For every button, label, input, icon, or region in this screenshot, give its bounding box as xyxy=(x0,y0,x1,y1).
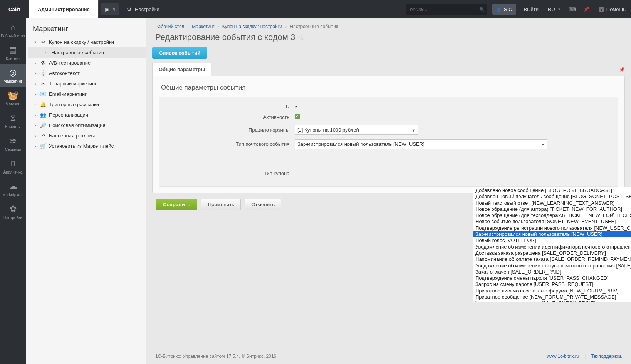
footer-link-site[interactable]: www.1c-bitrix.ru xyxy=(547,354,579,359)
nav-item-клиенты[interactable]: ⧖Клиенты xyxy=(0,109,26,132)
sidebar-item[interactable]: ▸🛒Установить из Маркетплейс xyxy=(28,141,146,151)
tree-icon: 🏳 xyxy=(40,133,47,139)
nav-label: Рабочий стол xyxy=(1,34,25,38)
nav-label: Клиенты xyxy=(5,125,20,129)
breadcrumb-item[interactable]: Купон на скидку / настройки xyxy=(222,24,282,29)
nav-item-сервисы[interactable]: ≋Сервисы xyxy=(0,132,26,155)
dropdown-option[interactable]: Приватное письмо посетителю форума [NEW_… xyxy=(473,288,631,294)
nav-item-магазин[interactable]: 🧺Магазин xyxy=(0,87,26,109)
value-id: 3 xyxy=(295,104,610,109)
search-icon[interactable] xyxy=(479,7,488,12)
tree-icon: ✂ xyxy=(40,81,47,87)
breadcrumb-item[interactable]: Рабочий стол xyxy=(155,24,184,29)
keyboard-icon[interactable] xyxy=(565,0,580,18)
tab-site[interactable]: Сайт xyxy=(0,0,29,18)
dropdown-option[interactable]: Заказ оплачен [SALE_ORDER_PAID] xyxy=(473,269,631,275)
nav-icon: ▤ xyxy=(9,45,17,55)
logout-link[interactable]: Выйти xyxy=(519,0,544,18)
help-icon xyxy=(599,6,604,12)
tree-icon: 🪧 xyxy=(40,70,47,76)
notification-counter[interactable]: 4 xyxy=(101,3,119,15)
help-link[interactable]: Помощь xyxy=(593,0,631,18)
language-selector[interactable]: RU xyxy=(544,0,565,18)
nav-item-рабочий-стол[interactable]: ⌂Рабочий стол xyxy=(0,18,26,41)
list-events-button[interactable]: Список событий xyxy=(152,47,207,59)
sidebar-item[interactable]: ▸📧Email-маркетинг xyxy=(28,89,146,99)
dropdown-option[interactable]: Добавлено новое сообщение [BLOG_POST_BRO… xyxy=(473,187,631,194)
sidebar-item[interactable]: ▸👥Персонализация xyxy=(28,110,146,120)
dropdown-option[interactable]: Уведомление об изменении идентификатора … xyxy=(473,244,631,250)
tab-admin[interactable]: Администрирование xyxy=(29,0,99,18)
sidebar-item[interactable]: ▸⚗A/B-тестирование xyxy=(28,58,146,68)
tree-icon: 🔎 xyxy=(40,122,47,128)
nav-item-настройки[interactable]: ✿Настройки xyxy=(0,200,26,223)
dropdown-option[interactable]: Новый текстовый ответ [NEW_LEARNING_TEXT… xyxy=(473,200,631,206)
tree-icon: 🛒 xyxy=(40,143,47,149)
sidebar-item[interactable]: ▸🔎Поисковая оптимизация xyxy=(28,120,146,130)
dropdown-option[interactable]: Напоминание об оплате заказа [SALE_ORDER… xyxy=(473,256,631,262)
sidebar-subitem[interactable]: Настроенные события xyxy=(28,47,146,58)
user-menu[interactable]: S C xyxy=(492,4,516,15)
save-button[interactable]: Сохранить xyxy=(156,199,197,210)
breadcrumb-separator: › xyxy=(184,24,192,29)
dropdown-option[interactable]: Новое событие пользователя [SONET_NEW_EV… xyxy=(473,219,631,225)
chevron-icon: ▸ xyxy=(34,103,37,107)
tab-general-params[interactable]: Общие параметры xyxy=(152,63,211,76)
dropdown-option[interactable]: Запрос на смену пароля [USER_PASS_REQUES… xyxy=(473,281,631,287)
search-box[interactable] xyxy=(406,4,487,15)
dropdown-option[interactable]: Подтверждение смены пароля [USER_PASS_CH… xyxy=(473,275,631,281)
chevron-down-icon xyxy=(541,141,545,147)
sidebar-item[interactable]: ▸🪧Автоконтекст xyxy=(28,68,146,78)
dropdown-option[interactable]: Доставка заказа разрешена [SALE_ORDER_DE… xyxy=(473,250,631,256)
dropdown-option[interactable]: Уведомление о печати чека [SALE_CHECK_PR… xyxy=(473,300,631,302)
footer-copyright: 1С-Битрикс: Управление сайтом 17.5.4. © … xyxy=(155,354,276,359)
favorite-star-icon[interactable] xyxy=(298,32,304,42)
tree-label: Настроенные события xyxy=(52,50,104,55)
sidebar-item[interactable]: ▼✉Купон на скидку / настройки xyxy=(28,37,146,47)
dropdown-option[interactable]: Зарегистрировался новый пользователь [NE… xyxy=(473,231,631,237)
dropdown-option[interactable]: Приватное сообщение [NEW_FORUM_PRIVATE_M… xyxy=(473,294,631,300)
top-header: Сайт Администрирование 4 Настройки S C В… xyxy=(0,0,631,18)
pin-icon[interactable] xyxy=(580,0,593,18)
dropdown-option[interactable]: Новое обращение (для техподдержки) [TICK… xyxy=(473,212,631,219)
select-basket-rule[interactable]: [1] Купоны на 1000 рублей xyxy=(295,125,418,135)
cancel-button[interactable]: Отменить xyxy=(245,199,281,210)
dropdown-option[interactable]: Подтверждение регистрации нового пользов… xyxy=(473,225,631,231)
sidebar-item[interactable]: ▸🔔Триггерные рассылки xyxy=(28,99,146,110)
breadcrumb: Рабочий стол›Маркетинг›Купон на скидку /… xyxy=(146,18,631,32)
dropdown-option[interactable]: Добавлен новый получатель сообщения [BLO… xyxy=(473,194,631,200)
sidebar: Маркетинг ▼✉Купон на скидку / настройкиН… xyxy=(26,18,146,364)
tab-pin-icon[interactable] xyxy=(619,67,625,72)
sidebar-item[interactable]: ▸✂Товарный маркетинг xyxy=(28,78,146,89)
dropdown-option[interactable]: Уведомление об изменении статуса почтово… xyxy=(473,263,631,269)
mail-event-dropdown-list[interactable]: Добавлено новое сообщение [BLOG_POST_BRO… xyxy=(473,187,631,302)
nav-item-контент[interactable]: ▤Контент xyxy=(0,41,26,64)
label-coupon-type: Тип купона: xyxy=(167,170,295,176)
select-basket-value: [1] Купоны на 1000 рублей xyxy=(297,127,359,133)
chevron-icon: ▸ xyxy=(34,61,37,65)
chevron-icon: ▼ xyxy=(34,40,37,44)
dropdown-option[interactable]: Новое обращение (для автора) [TICKET_NEW… xyxy=(473,206,631,212)
nav-icon: ◎ xyxy=(9,68,17,78)
breadcrumb-item[interactable]: Маркетинг xyxy=(192,24,214,29)
select-mail-event-type[interactable]: Зарегистрировался новый пользователь [NE… xyxy=(295,139,547,149)
nav-icon: ✿ xyxy=(10,204,17,214)
nav-icon: 🧺 xyxy=(8,90,18,100)
form-panel: Общие параметры события ID: 3 Активность… xyxy=(152,76,625,193)
settings-link[interactable]: Настройки xyxy=(121,0,165,18)
chevron-icon: ▸ xyxy=(34,144,37,148)
nav-label: Маркетинг xyxy=(3,79,22,83)
footer: 1С-Битрикс: Управление сайтом 17.5.4. © … xyxy=(146,348,631,364)
apply-button[interactable]: Применить xyxy=(201,199,241,210)
nav-label: Сервисы xyxy=(5,147,21,152)
tree-icon: 🔔 xyxy=(40,102,47,107)
dropdown-option[interactable]: Новый голос [VOTE_FOR] xyxy=(473,237,631,244)
nav-item-аналитика[interactable]: ⎍Аналитика xyxy=(0,155,26,177)
checkbox-active[interactable] xyxy=(295,114,300,119)
tree-label: Товарный маркетинг xyxy=(49,81,97,87)
sidebar-item[interactable]: ▸🏳Баннерная реклама xyxy=(28,130,146,141)
nav-item-marketplace[interactable]: ☁Marketplace xyxy=(0,177,26,200)
search-input[interactable] xyxy=(406,4,479,15)
footer-link-support[interactable]: Техподдержка xyxy=(591,354,622,359)
nav-item-маркетинг[interactable]: ◎Маркетинг xyxy=(0,64,26,87)
